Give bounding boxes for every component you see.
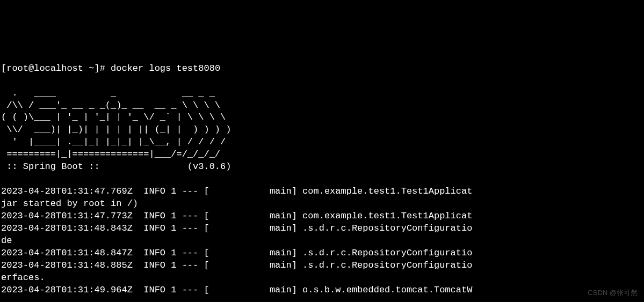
ascii-art-line: =========|_|==============|___/=/_/_/_/ bbox=[1, 149, 220, 159]
log-line: de bbox=[1, 235, 12, 246]
log-line: erfaces. bbox=[1, 272, 45, 283]
log-line: 2023-04-28T01:31:49.964Z INFO 1 --- [ ma… bbox=[1, 285, 472, 295]
shell-command: docker logs test8080 bbox=[111, 63, 220, 73]
watermark-text: CSDN @张可然 bbox=[588, 288, 638, 298]
ascii-art-line: . ____ _ __ _ _ bbox=[1, 88, 215, 98]
ascii-art-line: ' |____| .__|_| |_|_| |_\__, | / / / / bbox=[1, 137, 226, 147]
log-line: jar started by root in /) bbox=[1, 198, 138, 209]
ascii-art-line: \\/ ___)| |_)| | | | | || (_| | ) ) ) ) bbox=[1, 124, 231, 135]
shell-prompt: [root@localhost ~]# bbox=[1, 63, 111, 73]
log-line: 2023-04-28T01:31:48.847Z INFO 1 --- [ ma… bbox=[1, 248, 472, 258]
ascii-art-line: /\\ / ___'_ __ _ _(_)_ __ __ _ \ \ \ \ bbox=[1, 100, 220, 111]
log-line: 2023-04-28T01:31:48.843Z INFO 1 --- [ ma… bbox=[1, 223, 472, 233]
command-line: [root@localhost ~]# docker logs test8080 bbox=[1, 63, 220, 73]
spring-boot-version: :: Spring Boot :: (v3.0.6) bbox=[1, 161, 231, 172]
ascii-art-line: ( ( )\___ | '_ | '_| | '_ \/ _` | \ \ \ … bbox=[1, 112, 226, 122]
terminal-output: [root@localhost ~]# docker logs test8080… bbox=[1, 50, 644, 297]
log-line: 2023-04-28T01:31:48.885Z INFO 1 --- [ ma… bbox=[1, 260, 472, 270]
log-line: 2023-04-28T01:31:47.773Z INFO 1 --- [ ma… bbox=[1, 211, 472, 221]
log-line: 2023-04-28T01:31:47.769Z INFO 1 --- [ ma… bbox=[1, 186, 472, 196]
